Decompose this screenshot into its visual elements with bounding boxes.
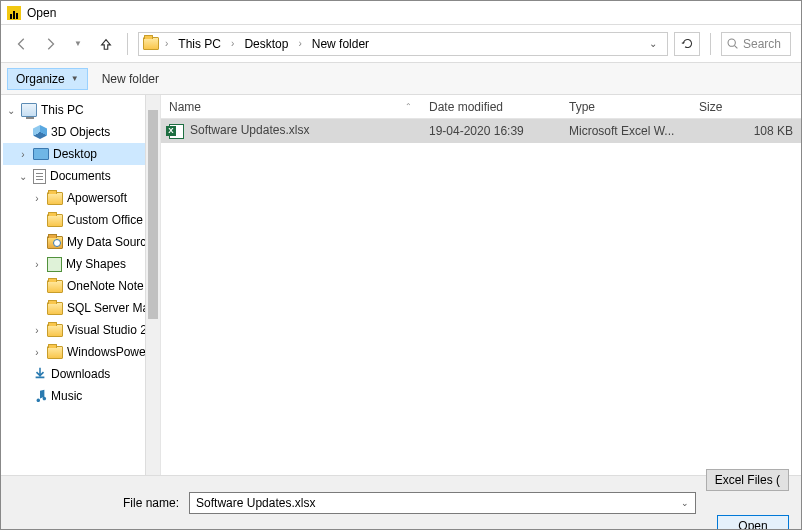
pc-icon: [21, 103, 37, 117]
chevron-right-icon: ›: [298, 38, 301, 49]
datasource-icon: [47, 236, 63, 249]
tree-item[interactable]: ⌄Documents: [3, 165, 158, 187]
separator: [127, 33, 128, 55]
address-bar[interactable]: › This PC › Desktop › New folder ⌄: [138, 32, 668, 56]
sort-caret-icon: ⌃: [405, 102, 412, 111]
excel-icon: [169, 124, 184, 139]
search-icon: [726, 37, 739, 50]
refresh-button[interactable]: [674, 32, 700, 56]
address-dropdown[interactable]: ⌄: [643, 38, 663, 49]
expand-toggle[interactable]: ⌄: [5, 105, 17, 116]
tree-item-label: SQL Server Mai: [67, 301, 152, 315]
filename-label: File name:: [123, 496, 179, 510]
up-button[interactable]: [95, 33, 117, 55]
shapes-icon: [47, 257, 62, 272]
tree-item[interactable]: My Data Sourc: [3, 231, 158, 253]
toolbar: Organize ▼ New folder: [1, 63, 801, 95]
column-date[interactable]: Date modified: [421, 95, 561, 118]
tree-item[interactable]: ›My Shapes: [3, 253, 158, 275]
navigation-tree: ⌄This PC3D Objects›Desktop⌄Documents›Apo…: [1, 95, 161, 475]
back-button[interactable]: [11, 33, 33, 55]
main-area: ⌄This PC3D Objects›Desktop⌄Documents›Apo…: [1, 95, 801, 475]
forward-button[interactable]: [39, 33, 61, 55]
expand-toggle[interactable]: ›: [31, 259, 43, 270]
titlebar: Open: [1, 1, 801, 25]
tree-item-label: Documents: [50, 169, 111, 183]
file-name: Software Updates.xlsx: [161, 123, 421, 138]
svg-point-0: [728, 39, 735, 46]
open-button[interactable]: Open: [717, 515, 789, 531]
search-placeholder: Search: [743, 37, 782, 51]
file-list: Name ⌃ Date modified Type Size Software …: [161, 95, 801, 475]
desktop-icon: [33, 148, 49, 160]
tree-item-label: Visual Studio 2: [67, 323, 147, 337]
column-type[interactable]: Type: [561, 95, 691, 118]
breadcrumb-this-pc[interactable]: This PC: [174, 35, 225, 53]
app-icon: [7, 6, 21, 20]
expand-toggle[interactable]: ›: [31, 193, 43, 204]
tree-item-label: Desktop: [53, 147, 97, 161]
tree-item-label: Apowersoft: [67, 191, 127, 205]
expand-toggle[interactable]: ›: [17, 149, 29, 160]
tree-item-label: Music: [51, 389, 82, 403]
breadcrumb-newfolder[interactable]: New folder: [308, 35, 373, 53]
tree-item[interactable]: Music: [3, 385, 158, 407]
svg-line-1: [735, 46, 738, 49]
filename-input[interactable]: Software Updates.xlsx ⌄: [189, 492, 696, 514]
filename-value: Software Updates.xlsx: [196, 496, 315, 510]
breadcrumb-desktop[interactable]: Desktop: [240, 35, 292, 53]
expand-toggle[interactable]: ›: [31, 325, 43, 336]
folder-icon: [47, 346, 63, 359]
chevron-down-icon[interactable]: ⌄: [681, 498, 689, 508]
folder-icon: [143, 37, 159, 50]
tree-item-label: 3D Objects: [51, 125, 110, 139]
downloads-icon: [33, 366, 47, 383]
column-headers: Name ⌃ Date modified Type Size: [161, 95, 801, 119]
folder-icon: [47, 302, 63, 315]
expand-toggle[interactable]: ›: [31, 347, 43, 358]
tree-item[interactable]: Downloads: [3, 363, 158, 385]
tree-item-label: WindowsPowe: [67, 345, 146, 359]
tree-item[interactable]: ⌄This PC: [3, 99, 158, 121]
tree-item-label: OneNote Note: [67, 279, 144, 293]
folder-icon: [47, 324, 63, 337]
navigation-bar: ▼ › This PC › Desktop › New folder ⌄ Sea…: [1, 25, 801, 63]
organize-button[interactable]: Organize ▼: [7, 68, 88, 90]
folder-icon: [47, 192, 63, 205]
file-type-filter[interactable]: Excel Files (: [706, 469, 789, 491]
tree-item[interactable]: ›WindowsPowe: [3, 341, 158, 363]
tree-item-label: My Shapes: [66, 257, 126, 271]
file-row[interactable]: Software Updates.xlsx19-04-2020 16:39Mic…: [161, 119, 801, 143]
3d-icon: [33, 125, 47, 139]
tree-item[interactable]: ›Apowersoft: [3, 187, 158, 209]
tree-item[interactable]: ›Desktop: [3, 143, 158, 165]
tree-scrollbar[interactable]: [145, 95, 160, 475]
chevron-right-icon: ›: [231, 38, 234, 49]
tree-item[interactable]: ›Visual Studio 2: [3, 319, 158, 341]
search-input[interactable]: Search: [721, 32, 791, 56]
organize-label: Organize: [16, 72, 65, 86]
footer: File name: Software Updates.xlsx ⌄ Excel…: [1, 475, 801, 529]
folder-icon: [47, 214, 63, 227]
tree-item-label: Downloads: [51, 367, 110, 381]
folder-icon: [47, 280, 63, 293]
tree-item-label: My Data Sourc: [67, 235, 146, 249]
file-date: 19-04-2020 16:39: [421, 124, 561, 138]
tree-item-label: This PC: [41, 103, 84, 117]
recent-dropdown[interactable]: ▼: [67, 33, 89, 55]
separator: [710, 33, 711, 55]
column-name[interactable]: Name ⌃: [161, 95, 421, 118]
window-title: Open: [27, 6, 56, 20]
chevron-down-icon: ▼: [71, 74, 79, 83]
file-size: 108 KB: [691, 124, 801, 138]
tree-item-label: Custom Office: [67, 213, 143, 227]
document-icon: [33, 169, 46, 184]
tree-item[interactable]: Custom Office: [3, 209, 158, 231]
scrollbar-thumb[interactable]: [148, 110, 158, 319]
tree-item[interactable]: SQL Server Mai: [3, 297, 158, 319]
tree-item[interactable]: OneNote Note: [3, 275, 158, 297]
expand-toggle[interactable]: ⌄: [17, 171, 29, 182]
new-folder-button[interactable]: New folder: [102, 72, 159, 86]
column-size[interactable]: Size: [691, 95, 801, 118]
tree-item[interactable]: 3D Objects: [3, 121, 158, 143]
